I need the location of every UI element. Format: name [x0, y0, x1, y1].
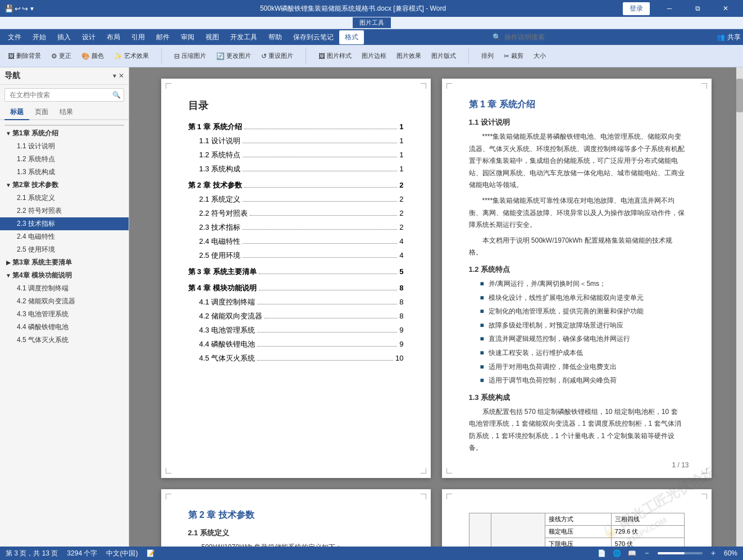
nav-item-s4-3[interactable]: 4.3 电池管理系统 [0, 308, 129, 321]
nav-item-s4-4[interactable]: 4.4 磷酸铁锂电池 [0, 321, 129, 334]
ribbon-pic-effects[interactable]: 图片效果 [393, 50, 425, 62]
redo-icon[interactable]: ↪ [22, 4, 28, 13]
zoom-fill [658, 552, 685, 554]
view-read-icon[interactable]: 📖 [628, 549, 636, 557]
restore-button[interactable]: ⧉ [685, 0, 710, 17]
view-web-icon[interactable]: 🌐 [613, 549, 621, 557]
nav-item-ch2[interactable]: ▼ 第2章 技术参数 [0, 179, 129, 192]
nav-item-ch1[interactable]: ▼ 第1章 系统介绍 [0, 127, 129, 140]
ribbon-size[interactable]: 大小 [530, 50, 549, 62]
menu-home[interactable]: 开始 [27, 30, 52, 44]
page-indicator-1: 1 / 13 [672, 461, 689, 469]
zoom-out-icon[interactable]: － [643, 548, 651, 558]
ribbon: 🖼 删除背景 ⚙ 更正 🎨 颜色 ✨ 艺术效果 ⊟ 压缩图片 🔄 更改图片 ↺ … [0, 45, 743, 67]
ribbon-remove-bg[interactable]: 🖼 删除背景 [4, 50, 44, 62]
quick-access-dropdown[interactable]: ▼ [29, 6, 35, 12]
menu-design[interactable]: 设计 [76, 30, 101, 44]
close-button[interactable]: ✕ [713, 0, 739, 17]
menu-review[interactable]: 审阅 [175, 30, 200, 44]
toggle-ch4: ▼ [4, 272, 12, 279]
nav-search-input[interactable] [4, 88, 124, 102]
nav-tab-results[interactable]: 结果 [54, 105, 79, 120]
toc-s1-1: 1.1 设计说明 1 [188, 135, 404, 146]
nav-item-s4-5[interactable]: 4.5 气体灭火系统 [0, 334, 129, 347]
nav-item-s2-5[interactable]: 2.5 使用环境 [0, 243, 129, 256]
ribbon-pic-border[interactable]: 图片边框 [358, 50, 390, 62]
share-button[interactable]: 👥 共享 [717, 33, 741, 42]
nav-item-s2-3[interactable]: 2.3 技术指标 [0, 217, 129, 230]
image-tools-label: 图片工具 [353, 17, 391, 28]
toc-ch2: 第 2 章 技术参数 2 [188, 180, 404, 190]
nav-item-s4-1[interactable]: 4.1 调度控制终端 [0, 282, 129, 295]
ribbon-group-compress: ⊟ 压缩图片 🔄 更改图片 ↺ 重设图片 [171, 50, 297, 62]
toc-s4-1: 4.1 调度控制终端 8 [188, 297, 404, 307]
crop-icon: ✂ [504, 52, 509, 60]
login-button[interactable]: 登录 [623, 2, 650, 15]
scrollbar-thumb[interactable] [736, 79, 743, 112]
toc-ch1: 第 1 章 系统介绍 1 [188, 121, 404, 132]
nav-chevron-down[interactable]: ▾ [113, 72, 116, 80]
nav-item-s2-4[interactable]: 2.4 电磁特性 [0, 230, 129, 243]
scrollbar[interactable] [736, 67, 743, 547]
ribbon-sep-2 [306, 48, 306, 65]
nav-item-s2-2[interactable]: 2.2 符号对照表 [0, 204, 129, 217]
ribbon-reset-pic[interactable]: ↺ 重设图片 [258, 50, 297, 62]
navigation-panel: 导航 ▾ ✕ 🔍 标题 页面 结果 ▼ 第1章 系统介绍 1.1 设计说明 [0, 67, 129, 547]
ribbon-arrange[interactable]: 排列 [478, 50, 497, 62]
menu-mailings[interactable]: 邮件 [151, 30, 175, 44]
status-word-count: 3294 个字 [67, 549, 97, 558]
ribbon-pic-styles[interactable]: 🖼 图片样式 [315, 50, 355, 62]
nav-item-s1-2[interactable]: 1.2 系统特点 [0, 153, 129, 166]
search-area: 🔍 [364, 33, 717, 41]
bullet-6: ■快速工程安装，运行维护成本低 [469, 347, 685, 359]
nav-item-ch4[interactable]: ▼ 第4章 模块功能说明 [0, 269, 129, 282]
tech-row-num: 3 [469, 513, 491, 547]
ribbon-change-pic[interactable]: 🔄 更改图片 [213, 50, 254, 62]
page-ch2-right: 3 直流侧 接线方式 三相四线 额定电压 729.6 伏 下限电压 570 伏 [442, 489, 712, 547]
menu-cloud[interactable]: 保存到云笔记 [288, 30, 339, 44]
nav-item-s4-2[interactable]: 4.2 储能双向变流器 [0, 295, 129, 308]
menu-dev[interactable]: 开发工具 [225, 30, 263, 44]
menu-references[interactable]: 引用 [126, 30, 151, 44]
document-area[interactable]: 目录 第 1 章 系统介绍 1 1.1 设计说明 1 1.2 系统特点 1 [129, 67, 743, 547]
status-spell-check-icon[interactable]: 📝 [147, 549, 155, 557]
status-language: 中文(中国) [106, 549, 138, 558]
nav-item-s2-1[interactable]: 2.1 系统定义 [0, 192, 129, 204]
undo-icon[interactable]: ↩ [15, 4, 21, 13]
search-input[interactable] [504, 33, 589, 41]
nav-controls: ▾ ✕ [113, 72, 124, 80]
bullet-7: ■适用于对用电负荷调控，降低企业电费支出 [469, 361, 685, 374]
ribbon-crop[interactable]: ✂ 裁剪 [500, 50, 527, 62]
ribbon-compress[interactable]: ⊟ 压缩图片 [171, 50, 209, 62]
ribbon-corrections[interactable]: ⚙ 更正 [48, 50, 75, 62]
menu-format[interactable]: 格式 [339, 30, 364, 44]
corrections-icon: ⚙ [51, 52, 57, 60]
zoom-in-icon[interactable]: ＋ [709, 548, 717, 558]
menu-file[interactable]: 文件 [2, 30, 27, 44]
nav-tab-headings[interactable]: 标题 [4, 105, 29, 120]
save-icon[interactable]: 💾 [4, 4, 13, 13]
nav-close[interactable]: ✕ [118, 72, 124, 80]
ribbon-color[interactable]: 🎨 颜色 [78, 50, 107, 62]
ribbon-art-effects[interactable]: ✨ 艺术效果 [111, 50, 152, 62]
ribbon-group-arrange: 排列 ✂ 裁剪 大小 [478, 50, 549, 62]
minimize-button[interactable]: ─ [657, 0, 682, 17]
menu-insert[interactable]: 插入 [52, 30, 76, 44]
nav-search-icon[interactable]: 🔍 [112, 91, 121, 99]
s2-1-text: 500kW/1970kWh 集装箱储能系统的定义如下： [188, 541, 404, 547]
ribbon-pic-layout[interactable]: 图片版式 [428, 50, 459, 62]
view-print-icon[interactable]: 📄 [598, 549, 606, 557]
menu-view[interactable]: 视图 [200, 30, 225, 44]
zoom-slider[interactable] [658, 552, 703, 554]
nav-item-s1-3[interactable]: 1.3 系统构成 [0, 166, 129, 179]
nav-header: 导航 ▾ ✕ [0, 67, 129, 85]
ch1-title: 第 1 章 系统介绍 [469, 99, 685, 111]
toggle-ch2: ▼ [4, 182, 12, 188]
nav-tab-pages[interactable]: 页面 [29, 105, 54, 120]
menu-help[interactable]: 帮助 [263, 30, 288, 44]
tech-side-label: 直流侧 [491, 513, 545, 547]
bullet-3: ■定制化的电池管理系统，提供完善的测量和保护功能 [469, 306, 685, 318]
menu-layout[interactable]: 布局 [101, 30, 126, 44]
nav-item-ch3[interactable]: ▶ 第3章 系统主要清单 [0, 256, 129, 269]
nav-item-s1-1[interactable]: 1.1 设计说明 [0, 140, 129, 153]
